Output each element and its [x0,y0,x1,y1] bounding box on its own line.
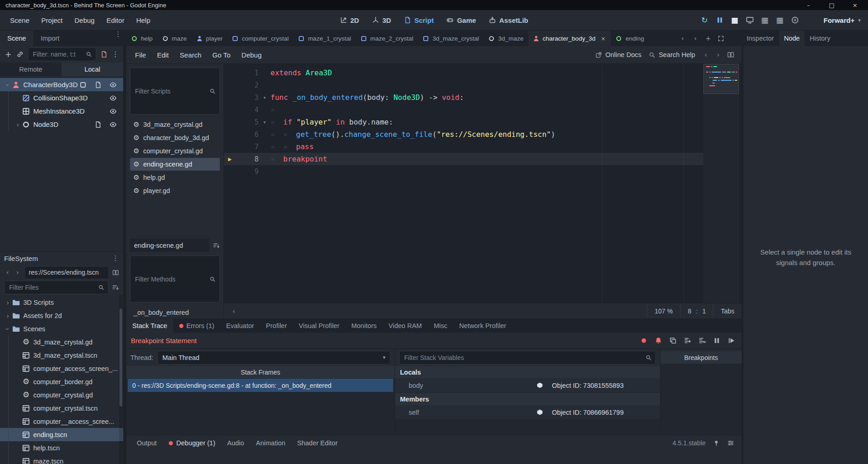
file-item-computer-access-screen[interactable]: computer_access_screen_... [0,362,123,375]
debugger-tab-visual-profiler[interactable]: Visual Profiler [293,319,345,333]
execution-arrow-icon[interactable]: ▶ [224,156,236,162]
line-number[interactable]: 2 [236,81,259,89]
file-item-computer-access-scree[interactable]: computer__access_scree... [0,415,123,428]
mode-tab-3d[interactable]: 3D [366,14,396,27]
stack-frame-row[interactable]: 0 - res://3D Scripts/ending-scene.gd:8 -… [128,379,393,392]
file-item-assets-for-2d[interactable]: ›Assets for 2d [0,309,123,322]
file-item-ending-tscn[interactable]: ending.tscn [0,428,123,441]
visibility-icon[interactable] [109,108,117,115]
variable-value[interactable]: Object ID: 73081555893 [547,382,660,389]
line-number[interactable]: 8 [236,155,259,163]
line-number[interactable]: 5 [236,118,259,126]
stack-variables-filter[interactable] [399,351,656,365]
bottom-tab-output[interactable]: Output [131,435,163,451]
zoom-indicator[interactable]: 107 % [647,303,680,318]
script-filter[interactable] [130,68,220,115]
visibility-icon[interactable] [109,94,117,102]
code-line-6[interactable]: 6»»get_tree().change_scene_to_file("res:… [224,128,742,141]
search-help-button[interactable]: Search Help [649,51,695,58]
line-number[interactable]: 9 [236,167,259,176]
file-item-computer-crystal-gd[interactable]: ⚙computer_crystal.gd [0,388,123,401]
method-filter-input[interactable] [134,275,207,283]
breadcrumb[interactable]: res://Scenes/ending.tscn [24,266,109,279]
file-item-3d-scripts[interactable]: ›3D Scripts [0,296,123,309]
code-editor[interactable]: 1extends Area3D23▾func _on_body_entered(… [224,64,742,303]
fold-arrow-icon[interactable]: ▾ [259,119,270,125]
stack-variables-filter-input[interactable] [403,354,643,362]
fold-arrow-icon[interactable]: ▾ [259,94,270,101]
debugger-tab-profiler[interactable]: Profiler [260,319,293,333]
dock-tab-import[interactable]: Import [33,31,67,46]
dock-tab-scene[interactable]: Scene [0,31,33,46]
menu-project[interactable]: Project [36,14,68,27]
next-tab-icon[interactable]: › [692,35,699,42]
visibility-icon[interactable] [109,81,117,89]
scene-tab-computer-crystal[interactable]: computer_crystal [227,31,293,46]
script-item-3d-maze-crystal-gd[interactable]: ⚙3d_maze_crystal.gd [130,118,220,131]
dock-tab-inspector[interactable]: Inspector [742,31,779,46]
menu-debug[interactable]: Debug [69,14,100,27]
deploy-grid-2-button[interactable]: ▦ [776,16,784,24]
expander-icon[interactable]: › [14,121,22,128]
scene-dock-tab-local[interactable]: Local [62,63,123,76]
expander-icon[interactable]: › [4,325,11,333]
bottom-tab-animation[interactable]: Animation [250,435,291,451]
menu-editor[interactable]: Editor [101,14,130,27]
scene-filter[interactable] [28,47,96,61]
scene-tab-character-body-3d[interactable]: character_body_3d× [528,31,611,46]
method-item-on-body-entered[interactable]: _on_body_entered [130,306,220,318]
copy-error-button[interactable] [669,337,677,344]
scene-filter-input[interactable] [32,50,83,58]
script-item-character-body-3d-gd[interactable]: ⚙character_body_3d.gd [130,131,220,144]
caret-position[interactable]: 8 : 1 [680,303,713,318]
dock-tab-history[interactable]: History [805,31,835,46]
line-number[interactable]: 6 [236,130,259,139]
file-item-computer-border-gd[interactable]: ⚙computer_border.gd [0,375,123,388]
renderer-dropdown[interactable]: Forward+ ▾ [824,16,861,24]
scene-tab-ending[interactable]: ending [611,31,649,46]
code-line-9[interactable]: 9 [224,165,742,177]
code-line-7[interactable]: 7»»pass [224,141,742,153]
script-item-ending-scene-gd[interactable]: ⚙ending-scene.gd [130,158,220,171]
scrollbar[interactable] [119,295,123,464]
scene-tree-item-meshinstance3d[interactable]: MeshInstance3D [0,104,123,118]
mode-tab-script[interactable]: Script [398,14,439,27]
file-item-3d-maze-crystal-tscn[interactable]: 3d_maze_crystal.tscn [0,349,123,362]
deploy-grid-button[interactable]: ▦ [761,16,769,24]
mode-tab-game[interactable]: Game [441,14,482,27]
file-filter[interactable] [4,281,109,294]
file-item-3d-maze-crystal-gd[interactable]: ⚙3d_maze_crystal.gd [0,335,123,349]
filesystem-menu-icon[interactable]: ⋮ [112,255,119,262]
sort-methods-icon[interactable] [213,242,220,249]
code-line-2[interactable]: 2 [224,79,742,91]
dock-tab-node[interactable]: Node [779,31,805,46]
attached-script-icon[interactable] [94,81,102,89]
file-item-help-tscn[interactable]: help.tscn [0,441,123,454]
add-node-button[interactable]: + [4,50,12,58]
script-forward-icon[interactable]: › [715,52,722,58]
history-back-icon[interactable]: ‹ [4,269,11,276]
pause-button[interactable] [716,16,724,24]
script-menu-edit[interactable]: Edit [152,49,174,61]
hot-reload-button[interactable]: ↻ [701,16,709,24]
scene-tree-item-collisionshape3d[interactable]: CollisionShape3D [0,91,123,104]
dock-splitter[interactable] [123,46,126,464]
code-line-1[interactable]: 1extends Area3D [224,67,742,79]
scene-tab-maze-1-crystal[interactable]: maze_1_crystal [293,31,356,46]
collapse-scripts-panel-icon[interactable]: ‹ [224,308,244,314]
method-filter[interactable] [130,255,220,302]
debugger-tab-stack-trace[interactable]: Stack Trace [126,319,173,333]
step-over-button[interactable] [698,337,706,344]
pin-bottom-panel-icon[interactable] [713,440,720,447]
movie-mode-button[interactable] [791,16,799,24]
file-item-scenes[interactable]: ›Scenes [0,322,123,335]
script-item-help-gd[interactable]: ⚙help.gd [130,171,220,184]
bottom-panel-settings-icon[interactable] [727,439,734,447]
debugger-tab-network-profiler[interactable]: Network Profiler [453,319,512,333]
close-tab-icon[interactable]: × [600,35,606,42]
file-filter-input[interactable] [8,283,95,292]
dock-layout-menu-icon[interactable]: ⋮ [110,31,126,38]
bottom-tab-audio[interactable]: Audio [221,435,250,451]
scene-tab-maze[interactable]: maze [157,31,192,46]
online-docs-button[interactable]: Online Docs [595,51,641,58]
